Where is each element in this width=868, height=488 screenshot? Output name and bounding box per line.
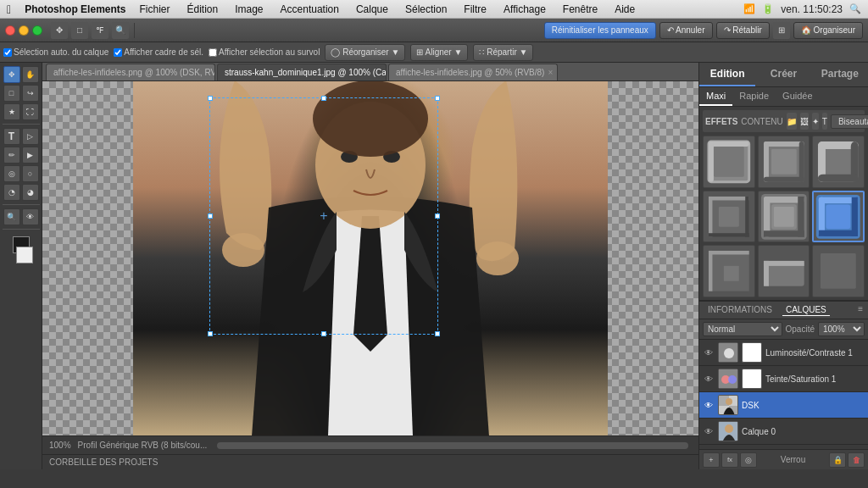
menu-fichier[interactable]: Fichier	[136, 2, 173, 17]
tab-affiche-infideles-1[interactable]: affiche-les-infideles.png @ 100% (DSK, R…	[46, 64, 215, 80]
delete-layer-button[interactable]: 🗑	[848, 452, 865, 468]
minimize-button[interactable]	[19, 25, 29, 36]
battery-icon: 🔋	[762, 3, 774, 14]
svg-rect-9	[709, 141, 749, 147]
hand-tool[interactable]: ✋	[22, 66, 39, 83]
layer-eye-calque0[interactable]: 👁	[703, 425, 715, 437]
effects-text-icon[interactable]: T	[822, 113, 827, 130]
lock-icon[interactable]: 🔒	[829, 452, 846, 468]
blend-mode-select[interactable]: Normal	[703, 322, 782, 336]
brush-tool[interactable]: ✏	[3, 147, 20, 164]
menu-fenetre[interactable]: Fenêtre	[559, 2, 601, 17]
reinitialiser-button[interactable]: Réinitialiser les panneaux	[544, 22, 656, 39]
organiseur-button[interactable]: 🏠 Organiseur	[793, 22, 863, 39]
layer-eye-dsk[interactable]: 👁	[703, 399, 715, 411]
menu-image[interactable]: Image	[231, 2, 266, 17]
tab-partage[interactable]: Partage	[812, 63, 868, 86]
layer-mask-hue	[742, 369, 762, 389]
layer-luminosity[interactable]: 👁 Luminosité/Contraste 1	[699, 340, 868, 366]
close-button[interactable]	[5, 25, 15, 36]
subtab-rapide[interactable]: Rapide	[732, 87, 776, 106]
reorganiser-button[interactable]: ◯ Réorganiser ▼	[325, 44, 405, 61]
effect-thumb-3[interactable]	[812, 136, 865, 188]
menu-selection[interactable]: Sélection	[402, 2, 450, 17]
effect-thumb-1[interactable]	[703, 136, 755, 188]
effect-thumb-5[interactable]	[758, 191, 810, 243]
menu-calque[interactable]: Calque	[353, 2, 392, 17]
auto-select-checkbox[interactable]: Sélection auto. du calque	[3, 47, 108, 57]
tab-affiche-infideles-2[interactable]: affiche-les-infideles.jpg @ 50% (RVB/8) …	[388, 64, 558, 80]
calques-tab[interactable]: CALQUES	[782, 304, 830, 316]
rect-marquee-tool[interactable]: □	[3, 85, 20, 102]
show-frame-checkbox[interactable]: Afficher cadre de sél.	[114, 47, 203, 57]
grid-icon[interactable]: ⊞	[773, 22, 790, 39]
dodge-tool[interactable]: ◔	[3, 184, 20, 201]
maximize-button[interactable]	[32, 25, 42, 36]
menu-aide[interactable]: Aide	[611, 2, 638, 17]
zoom-tool-icon[interactable]: 🔍	[112, 22, 129, 39]
layer-eye-luminosity[interactable]: 👁	[703, 347, 715, 358]
layer-hue-saturation[interactable]: 👁 Teinte/Saturation 1	[699, 366, 868, 392]
heal-tool[interactable]: ○	[22, 165, 39, 182]
effects-grid	[703, 136, 865, 297]
magic-wand-tool[interactable]: ★	[3, 103, 20, 120]
effects-photo-icon[interactable]: 🖼	[800, 113, 809, 130]
opacity-select[interactable]: 100%	[818, 322, 865, 336]
corbeille-label: CORBEILLE DES PROJETS	[49, 458, 158, 467]
effects-fx-icon[interactable]: ✦	[812, 113, 819, 130]
subtab-guidee[interactable]: Guidée	[776, 87, 819, 106]
crop-tool[interactable]: ⛶	[22, 103, 39, 120]
move-tool-icon[interactable]: ✥	[51, 22, 68, 39]
canvas-viewport[interactable]: +	[42, 81, 698, 435]
tab-close-3[interactable]: ×	[548, 68, 553, 77]
tab-edition[interactable]: Edition	[699, 63, 755, 86]
retablir-button[interactable]: ↷ Rétablir	[716, 22, 770, 39]
type-tool[interactable]: T	[3, 128, 20, 145]
show-hover-checkbox[interactable]: Afficher sélection au survol	[209, 47, 320, 57]
document-tabs: affiche-les-infideles.png @ 100% (DSK, R…	[42, 63, 698, 81]
menu-edition[interactable]: Édition	[183, 2, 221, 17]
informations-tab[interactable]: INFORMATIONS	[704, 304, 776, 316]
portrait-image	[133, 81, 608, 435]
effects-category-select[interactable]: Biseautages	[831, 114, 868, 129]
layer-dsk[interactable]: 👁 DSK	[699, 392, 868, 419]
panel-options-icon[interactable]: ≡	[858, 304, 863, 316]
effect-thumb-2[interactable]	[758, 136, 810, 188]
effect-thumb-8[interactable]	[758, 245, 810, 297]
tab-creer[interactable]: Créer	[755, 63, 811, 86]
effect-thumb-6[interactable]	[812, 191, 865, 243]
menu-affichage[interactable]: Affichage	[500, 2, 549, 17]
layer-mask-button[interactable]: ◎	[740, 452, 757, 468]
annuler-button[interactable]: ↶ Annuler	[659, 22, 713, 39]
horizontal-scrollbar[interactable]	[217, 442, 688, 449]
lasso-tool-icon[interactable]: ℉	[92, 22, 108, 39]
eraser-tool[interactable]: ▶	[22, 147, 39, 164]
aligner-button[interactable]: ⊞ Aligner ▼	[410, 44, 468, 61]
repartir-button[interactable]: ∷ Répartir ▼	[473, 44, 533, 61]
background-color[interactable]	[16, 247, 33, 263]
search-icon[interactable]: 🔍	[849, 3, 861, 14]
layer-fx-button[interactable]: fx	[721, 452, 738, 468]
layer-calque0[interactable]: 👁 Calque 0	[699, 419, 868, 445]
tab-strauss-kahn[interactable]: strauss-kahn_dominique1.jpg @ 100% (Calq…	[217, 64, 387, 80]
new-layer-button[interactable]: +	[703, 452, 720, 468]
shape-tool[interactable]: ▷	[22, 128, 39, 145]
effect-thumb-9[interactable]	[812, 245, 865, 297]
effect-thumb-7[interactable]	[703, 245, 755, 297]
layer-eye-hue[interactable]: 👁	[703, 373, 715, 385]
menubar-right: 📶 🔋 ven. 11:50:23 🔍	[743, 3, 861, 15]
clone-tool[interactable]: ◎	[3, 165, 20, 182]
menu-filtre[interactable]: Filtre	[460, 2, 490, 17]
window-controls	[5, 25, 42, 36]
apple-logo[interactable]: 	[7, 3, 11, 16]
effect-thumb-4[interactable]	[703, 191, 755, 243]
lasso-tool[interactable]: ↪	[22, 85, 39, 102]
menu-accentuation[interactable]: Accentuation	[277, 2, 342, 17]
marquee-tool-icon[interactable]: □	[71, 22, 88, 39]
subtab-maxi[interactable]: Maxi	[699, 87, 732, 106]
move-tool[interactable]: ✥	[3, 66, 20, 83]
effects-folder-icon[interactable]: 📁	[787, 113, 797, 130]
smudge-tool[interactable]: ◕	[22, 184, 39, 201]
zoom-tool[interactable]: 🔍	[3, 208, 20, 225]
eyedropper-tool[interactable]: 👁	[22, 208, 39, 225]
